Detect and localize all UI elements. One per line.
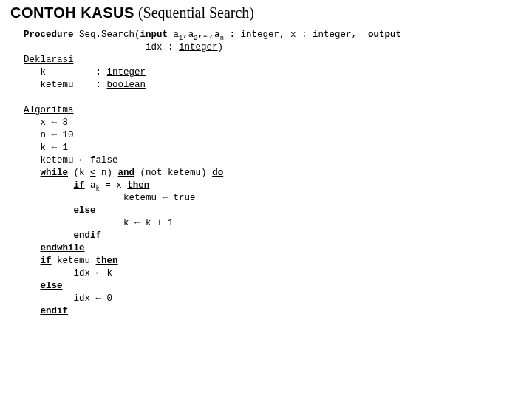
type-integer-2: integer: [313, 30, 352, 40]
decl-k: k: [24, 66, 96, 79]
type-integer-1: integer: [240, 30, 279, 40]
alg-l5d: (not ketemu): [134, 168, 212, 178]
sig-c2: ,…,a: [198, 30, 220, 40]
kw-output: output: [368, 30, 401, 40]
alg-l5c: n): [96, 168, 118, 178]
alg-l5a: [24, 168, 41, 178]
title-paren-text: (Sequential Search): [138, 4, 254, 21]
alg-l8a: [24, 205, 74, 216]
op-lt: <: [90, 168, 96, 178]
kw-else: else: [74, 205, 96, 216]
decl-type-int: integer: [107, 67, 146, 78]
decl-ketemu: ketemu: [24, 79, 96, 92]
sig-c1: ,a: [183, 30, 194, 40]
section-deklarasi: Deklarasi: [24, 55, 74, 65]
sig-a: a: [168, 30, 179, 40]
kw-endif-2: endif: [41, 306, 69, 316]
kw-input: input: [140, 30, 168, 40]
kw-procedure: Procedure: [24, 30, 74, 40]
kw-then: then: [127, 180, 149, 191]
alg-l6a: [24, 180, 74, 191]
alg-l1: x ← 8: [24, 117, 68, 128]
sig-line2-pre: idx :: [24, 42, 179, 52]
alg-l2: n ← 10: [24, 130, 74, 140]
alg-l14a: [24, 281, 41, 291]
alg-l10a: [24, 231, 74, 241]
type-integer-3: integer: [179, 42, 218, 52]
alg-l3: k ← 1: [24, 143, 68, 153]
alg-l11a: [24, 243, 41, 253]
kw-if-2: if: [41, 256, 52, 266]
alg-l16a: [24, 306, 41, 316]
alg-l5b: (k: [68, 168, 90, 178]
code-block: Procedure Seq.Search(input a1,a2,…,an : …: [10, 29, 522, 318]
decl-type-bool: boolean: [107, 80, 146, 90]
alg-l15: idx ← 0: [24, 293, 112, 304]
alg-l6c: = x: [100, 180, 128, 191]
kw-and: and: [118, 168, 135, 178]
kw-endif: endif: [74, 231, 102, 241]
slide: CONTOH KASUS (Sequential Search) Procedu…: [0, 0, 532, 325]
alg-l12a: [24, 256, 41, 266]
kw-if: if: [74, 180, 85, 191]
kw-while: while: [41, 168, 69, 178]
alg-l13: idx ← k: [24, 268, 112, 279]
decl-colon-2: :: [96, 80, 107, 90]
kw-else-2: else: [41, 281, 63, 291]
alg-l7: ketemu ← true: [24, 193, 196, 203]
kw-endwhile: endwhile: [41, 243, 85, 253]
page-title: CONTOH KASUS (Sequential Search): [10, 4, 522, 21]
alg-l6b: a: [85, 180, 96, 191]
sig-mid: , x :: [279, 30, 313, 40]
alg-l12b: ketemu: [52, 256, 96, 266]
kw-then-2: then: [96, 256, 118, 266]
decl-colon-1: :: [96, 67, 107, 78]
sig-sep: ,: [351, 30, 368, 40]
section-algoritma: Algoritma: [24, 105, 74, 115]
title-bold: CONTOH KASUS: [10, 4, 134, 21]
sig-close: ): [218, 42, 224, 52]
alg-l9: k ← k + 1: [24, 218, 174, 228]
alg-l4: ketemu ← false: [24, 155, 118, 166]
sig-colon1: :: [224, 30, 241, 40]
proc-name: Seq.Search(: [74, 30, 140, 40]
kw-do: do: [212, 168, 223, 178]
